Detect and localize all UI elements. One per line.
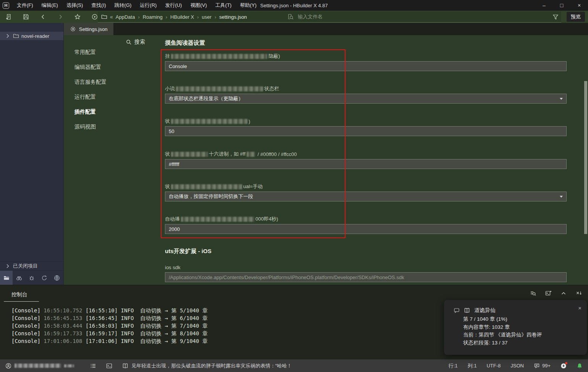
- console-line-1: [Console] 16:56:45.153 [16:56:45] INFO 自…: [11, 314, 208, 322]
- statusbar: 见年轻道士出现，那位头破血流的胖子顿时露出幸灾乐祸的表情：“哈哈！ 行:1 列:…: [0, 359, 588, 372]
- label-text: 自动播: [165, 216, 180, 223]
- statusbar-account[interactable]: [5, 363, 74, 369]
- project-item-novel-reader[interactable]: novel-reader: [0, 32, 63, 40]
- dropdown-arrow-icon: [560, 98, 563, 100]
- settings-nav-item-3[interactable]: 运行配置: [74, 89, 107, 104]
- label-text: 状: [165, 118, 170, 125]
- plugin-field-label: 状ual=手动: [165, 184, 567, 190]
- new-terminal-icon[interactable]: [545, 290, 551, 296]
- menubar: 文件(F)编辑(E)选择(S)查找(I)跳转(G)运行(R)发行(U)视图(V)…: [13, 0, 261, 11]
- plugin-field-4: 状ual=手动自动播放，按固定停留时间切换下一段: [165, 184, 567, 201]
- plugin-field-input[interactable]: #ffffff: [165, 159, 567, 169]
- plugin-field-select[interactable]: 在底部状态栏逐段显示（更隐蔽）: [165, 94, 567, 104]
- favorite-star-icon[interactable]: [74, 13, 81, 20]
- settings-nav-item-0[interactable]: 常用配置: [74, 45, 107, 60]
- label-text: 挂: [165, 53, 170, 60]
- cursor-column[interactable]: 列:1: [468, 362, 477, 369]
- dock-search-icon[interactable]: [13, 271, 25, 285]
- console-line-4: [Console] 17:01:06.108 [17:01:06] INFO 自…: [11, 337, 208, 345]
- menu-item-3[interactable]: 查找(I): [87, 0, 110, 11]
- clear-console-icon[interactable]: [576, 290, 582, 296]
- settings-search-label: 搜索: [134, 39, 145, 45]
- notification-bell-icon[interactable]: [577, 363, 583, 369]
- menu-item-6[interactable]: 发行(U): [161, 0, 186, 11]
- settings-nav-item-4[interactable]: 插件配置: [74, 104, 107, 119]
- encoding[interactable]: UTF-8: [486, 363, 501, 369]
- sidebar-empty-area: [0, 40, 63, 261]
- breadcrumb-item-4[interactable]: settings.json: [219, 14, 247, 20]
- console-toolbar: [530, 290, 582, 296]
- ios-sdk-label: ios sdk: [165, 264, 567, 270]
- breadcrumb-item-3[interactable]: user: [202, 14, 212, 20]
- settings-nav-item-2[interactable]: 语言服务配置: [74, 75, 107, 89]
- messages-badge[interactable]: 99+: [534, 363, 551, 369]
- menu-item-9[interactable]: 帮助(Y): [236, 0, 260, 11]
- tab-settings-json[interactable]: Settings.json: [64, 23, 113, 35]
- window-title: Settings.json - HBuilder X 4.87: [260, 3, 328, 8]
- breadcrumb-item-2[interactable]: HBuilder X: [170, 14, 194, 20]
- run-icon[interactable]: [91, 13, 98, 20]
- forward-icon[interactable]: [57, 13, 64, 20]
- log-source: [Console]: [11, 315, 40, 321]
- filter-funnel-icon[interactable]: [552, 13, 559, 20]
- menu-item-0[interactable]: 文件(F): [13, 0, 37, 11]
- breadcrumb-item-1[interactable]: Roaming: [143, 14, 163, 20]
- dock-web-icon[interactable]: [50, 271, 63, 285]
- dock-debug-icon[interactable]: [25, 271, 38, 285]
- menu-item-2[interactable]: 选择(S): [62, 0, 87, 11]
- label-text: 小说: [165, 85, 175, 92]
- settings-nav-item-1[interactable]: 编辑器配置: [74, 60, 107, 75]
- folder-icon: [13, 33, 19, 39]
- censored-label-segment: [171, 54, 267, 59]
- censored-username-extra: [64, 364, 74, 367]
- search-icon: [126, 39, 132, 45]
- dock-files-icon[interactable]: [0, 271, 13, 285]
- menu-item-8[interactable]: 工具(T): [211, 0, 236, 11]
- book-icon[interactable]: [122, 363, 128, 369]
- collapse-panel-icon[interactable]: [561, 290, 567, 296]
- reader-ticker-text: 见年轻道士出现，那位头破血流的胖子顿时露出幸灾乐祸的表情：“哈哈！: [131, 362, 292, 369]
- new-file-icon[interactable]: [5, 13, 12, 20]
- collapse-crumbs-icon[interactable]: «: [110, 14, 113, 20]
- plugin-field-input[interactable]: Console: [165, 61, 567, 71]
- log-timestamp: 16:59:17.733: [40, 330, 86, 336]
- plugin-field-select[interactable]: 自动播放，按固定停留时间切换下一段: [165, 192, 567, 201]
- menu-item-5[interactable]: 运行(R): [136, 0, 161, 11]
- settings-nav-item-5[interactable]: 源码视图: [74, 119, 107, 134]
- minimize-button[interactable]: –: [535, 0, 553, 11]
- menu-item-4[interactable]: 跳转(G): [110, 0, 136, 11]
- close-button[interactable]: ×: [570, 0, 588, 11]
- ios-sdk-input[interactable]: /Applications/Xcode.app/Contents/Develop…: [165, 272, 567, 282]
- terminal-icon[interactable]: [106, 363, 112, 369]
- menu-item-1[interactable]: 编辑(E): [37, 0, 62, 11]
- settings-search[interactable]: 搜索: [126, 39, 145, 45]
- chapter-list-icon[interactable]: [90, 363, 96, 369]
- maximize-button[interactable]: □: [553, 0, 570, 11]
- notification-close-icon[interactable]: ×: [578, 305, 582, 311]
- plugin-field-input[interactable]: 2000: [165, 224, 567, 234]
- vertical-scrollbar[interactable]: [584, 81, 587, 234]
- ios-sdk-placeholder: /Applications/Xcode.app/Contents/Develop…: [169, 275, 404, 280]
- tab-console[interactable]: 控制台: [11, 291, 27, 298]
- save-icon[interactable]: [23, 13, 29, 20]
- censored-label-segment: [171, 184, 242, 189]
- log-message: [16:56:45] INFO 自动切换 → 第 6/1040 章: [86, 315, 208, 321]
- menu-item-7[interactable]: 视图(V): [186, 0, 211, 11]
- closed-projects-item[interactable]: 已关闭项目: [0, 261, 63, 270]
- project-name: novel-reader: [21, 33, 49, 39]
- ios-sdk-field: ios sdk /Applications/Xcode.app/Contents…: [165, 264, 567, 282]
- settings-content: 摸鱼阅读器设置 挂隐蔽)Console小说状态栏在底部状态栏逐段显示（更隐蔽）状…: [165, 35, 567, 285]
- preview-button[interactable]: 预览: [567, 12, 585, 22]
- plugin-field-input[interactable]: 50: [165, 126, 567, 136]
- console-log: [Console] 16:55:10.752 [16:55:10] INFO 自…: [11, 307, 208, 345]
- breadcrumb-item-0[interactable]: AppData: [116, 14, 135, 20]
- update-download-button[interactable]: [561, 363, 567, 369]
- cursor-line[interactable]: 行:1: [449, 362, 458, 369]
- plugin-field-label: 自动播000即4秒): [165, 216, 567, 222]
- file-search[interactable]: 输入文件名: [287, 13, 323, 20]
- dock-sync-icon[interactable]: [38, 271, 50, 285]
- back-icon[interactable]: [40, 13, 47, 20]
- language-mode[interactable]: JSON: [510, 363, 524, 369]
- censored-label-segment: [171, 152, 208, 157]
- search-log-icon[interactable]: [530, 290, 536, 296]
